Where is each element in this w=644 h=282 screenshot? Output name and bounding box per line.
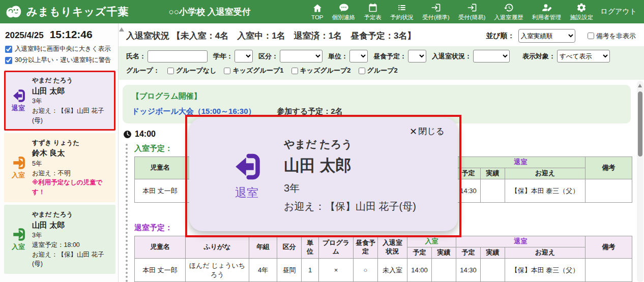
chat-icon — [339, 3, 349, 13]
col-lunch: 昼食予定 — [354, 236, 378, 259]
category-filter-select[interactable] — [280, 50, 323, 62]
cell-exit-plan: 14:30 — [456, 259, 481, 282]
cell-exit-actual — [481, 259, 505, 282]
popup-close-button[interactable]: ✕ 閉じる — [409, 126, 445, 137]
close-icon: ✕ — [409, 126, 417, 137]
child-kana: やまだ たろう — [32, 76, 111, 85]
col-enter-plan: 予定 — [407, 247, 432, 259]
col-pickup: お迎え — [505, 168, 586, 179]
nav-reservation-status[interactable]: 予約状況 — [390, 3, 414, 21]
sort-select[interactable]: 入室実績順 — [518, 29, 575, 43]
enter-notification-card[interactable]: 入室 やまだ たろう 山田 太郎 3年 退室予定：18:00 お迎え：【保】山田… — [4, 205, 115, 274]
filter-panel: 氏名： 学年： 区分： 単位： 昼食予定： — [119, 46, 644, 80]
exit-plan-table: 児童名 ふりがな 年組 区分 単位 プログラム 昼食予定 入退室状況 入室 退室… — [134, 236, 632, 282]
group-kids-1: キッズグループ1 — [224, 66, 283, 75]
sidebar-scroll-up-icon[interactable] — [119, 27, 124, 32]
cell-child-name: 本田 丈一郎 — [135, 179, 186, 203]
exit-notification-card[interactable]: 退室 やまだ たろう 山田 太郎 3年 お迎え：【保】山田 花子(母) — [4, 71, 115, 131]
group-none-checkbox[interactable] — [167, 68, 174, 74]
logo-title: みまもりキッズ千葉 — [26, 5, 129, 19]
center-display-checkbox[interactable] — [5, 46, 12, 53]
popup-badge: 退室 — [226, 185, 268, 201]
nav-individual-contact[interactable]: 個別連絡 — [332, 3, 356, 21]
card-badge: 入室 — [12, 242, 25, 252]
enter-warning-card[interactable]: 入室 すずき りょうた 鈴木 良太 5年 お迎え：不明 ※利用予定なしの児童です… — [4, 133, 115, 202]
card-badge: 入室 — [12, 171, 25, 180]
nav-reception-standard[interactable]: 受付(標準) — [422, 3, 450, 21]
card-icon-col: 入室 — [7, 138, 30, 197]
child-grade: 3年 — [32, 231, 111, 240]
col-exit-plan: 予定 — [456, 168, 481, 179]
option-label: 30分以上早い・遅い退室時に警告 — [15, 56, 111, 65]
child-kana: すずき りょうた — [32, 138, 111, 148]
pickup-info: お迎え：【保】山田 花子(母) — [32, 250, 111, 269]
popup-child-grade: 3年 — [284, 181, 416, 195]
nav-user-management[interactable]: 利用者管理 — [532, 3, 562, 21]
notification-cards: 退室 やまだ たろう 山田 太郎 3年 お迎え：【保】山田 花子(母) 入室 — [4, 71, 115, 274]
nav-top[interactable]: TOP — [311, 3, 323, 20]
group-label: グループ： — [126, 66, 160, 75]
col-child-name: 児童名 — [135, 157, 186, 179]
program-event-link[interactable]: ドッジボール大会（15:00～16:30） — [132, 107, 256, 116]
cell-category: 昼間 — [277, 259, 302, 282]
logout-button[interactable]: ログアウト — [600, 7, 637, 16]
group-kids1-checkbox[interactable] — [224, 68, 230, 74]
col-group-exit: 退室 — [456, 157, 586, 168]
filter-display: 表示対象： すべて表示 — [522, 50, 610, 62]
timeline-time: 14:00 — [135, 130, 156, 139]
scrollbar-up-icon[interactable] — [638, 84, 642, 87]
hide-remarks-label: 備考を非表示 — [596, 32, 636, 41]
group2-checkbox[interactable] — [359, 68, 365, 74]
display-filter-select[interactable]: すべて表示 — [557, 50, 610, 62]
nav-schedule[interactable]: 予定表 — [364, 3, 382, 21]
main-scrollbar — [637, 81, 643, 282]
col-pickup: お迎え — [505, 247, 586, 259]
scrollbar-thumb[interactable] — [638, 91, 642, 156]
col-child-name: 児童名 — [135, 236, 186, 259]
nav-entry-exit-history[interactable]: 入退室履歴 — [494, 3, 523, 21]
card-badge: 退室 — [12, 104, 25, 113]
cell-remarks — [586, 259, 632, 282]
child-name: 鈴木 良太 — [32, 147, 111, 159]
name-filter-input[interactable] — [148, 50, 208, 62]
early-late-warning-checkbox[interactable] — [5, 57, 12, 64]
enter-arrow-icon — [11, 227, 26, 242]
app-header: みまもりキッズ千葉 ○○小学校 入退室受付 TOP 個別連絡 予定表 予約状況 … — [0, 0, 644, 23]
hide-remarks-toggle: 備考を非表示 — [588, 32, 636, 41]
current-time: 15:12:46 — [50, 28, 93, 41]
cell-pickup: 【保】本田 泰三（父） — [505, 259, 586, 282]
exit-arrow-icon — [231, 151, 262, 182]
cell-enter-plan: 14:00 — [407, 259, 432, 282]
main-nav: TOP 個別連絡 予定表 予約状況 受付(標準) 受付(簡易) 入退室履歴 利 — [311, 3, 593, 21]
exit-notification-popup: ✕ 閉じる 退室 やまだ たろう 山田 太郎 3年 お迎え：【保】山田 花子(母… — [189, 118, 458, 231]
hide-remarks-checkbox[interactable] — [588, 33, 594, 39]
nav-reception-simple[interactable]: 受付(簡易) — [458, 3, 486, 21]
lunch-filter-select[interactable] — [408, 50, 426, 62]
card-body: やまだ たろう 山田 太郎 3年 退室予定：18:00 お迎え：【保】山田 花子… — [32, 210, 111, 269]
unit-filter-select[interactable] — [349, 50, 368, 62]
cell-status: 未入室 — [378, 259, 407, 282]
col-category: 区分 — [277, 236, 302, 259]
sort-label: 並び順： — [486, 32, 514, 41]
group-kids2-checkbox[interactable] — [291, 68, 298, 74]
nav-facility-settings[interactable]: 施設設定 — [570, 3, 593, 21]
filter-row-1: 氏名： 学年： 区分： 単位： 昼食予定： — [126, 50, 639, 62]
popup-pickup-info: お迎え：【保】山田 花子(母) — [284, 200, 416, 213]
pickup-info: お迎え：【保】山田 花子(母) — [32, 106, 111, 126]
grade-filter-select[interactable] — [235, 50, 253, 62]
cell-grade: 4年 — [249, 259, 277, 282]
popup-icon-col: 退室 — [226, 151, 268, 213]
status-filter-select[interactable] — [473, 50, 510, 62]
option-early-late-warning: 30分以上早い・遅い退室時に警告 — [5, 56, 115, 65]
group-kids-2: キッズグループ2 — [291, 66, 351, 75]
logo-icon — [5, 4, 22, 20]
signin-simple-icon — [467, 3, 477, 13]
gear-icon — [576, 3, 587, 13]
list-icon — [397, 3, 407, 13]
page-title: ○○小学校 入退室受付 — [168, 6, 250, 18]
cell-exit-actual — [481, 179, 505, 203]
col-unit: 単位 — [302, 236, 319, 259]
cell-program: × — [319, 259, 354, 282]
option-label: 入退室時に画面中央に大きく表示 — [15, 45, 111, 53]
status-bar: 入退室状況 【未入室：4名 入室中：1名 退室済：1名 昼食予定：3名】 並び順… — [119, 23, 644, 46]
